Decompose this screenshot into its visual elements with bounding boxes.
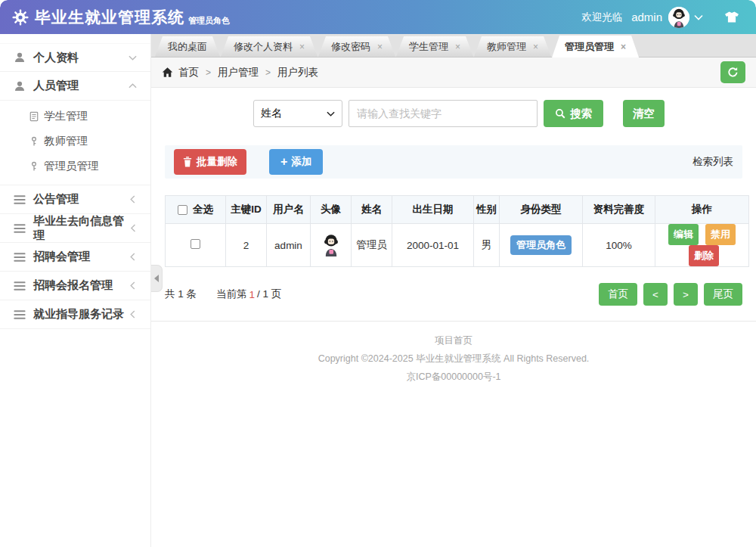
total-pages: / 1 页 xyxy=(257,287,281,301)
tab-label: 学生管理 xyxy=(409,40,448,54)
tab-label: 修改个人资料 xyxy=(234,40,293,54)
user-table: 全选 主键ID 用户名 头像 姓名 出生日期 性别 身份类型 资料完善度 操作 xyxy=(165,195,749,267)
menu-icon xyxy=(14,222,26,235)
close-icon[interactable]: × xyxy=(455,42,460,51)
sidebar-collapse-handle[interactable] xyxy=(151,265,163,292)
search-button-label: 搜索 xyxy=(570,107,592,121)
trash-icon xyxy=(183,157,192,167)
tab-change-password[interactable]: 修改密码 × xyxy=(318,36,395,57)
clear-button-label: 清空 xyxy=(633,107,655,121)
first-page-button[interactable]: 首页 xyxy=(599,283,637,306)
search-field-select[interactable]: 姓名 xyxy=(253,100,342,127)
close-icon[interactable]: × xyxy=(621,42,626,51)
welcome-text: 欢迎光临 xyxy=(581,11,622,24)
tab-student-mgmt[interactable]: 学生管理 × xyxy=(396,36,473,57)
disable-button[interactable]: 禁用 xyxy=(705,224,736,245)
row-checkbox[interactable] xyxy=(191,239,200,249)
last-page-button[interactable]: 尾页 xyxy=(704,283,742,306)
breadcrumb-user-mgmt[interactable]: 用户管理 xyxy=(218,66,259,79)
copyright-text: Copyright ©2024-2025 毕业生就业管理系统 All Right… xyxy=(151,350,756,368)
cell-select xyxy=(166,224,226,267)
chevron-down-icon[interactable] xyxy=(694,14,703,20)
main-content: 我的桌面 修改个人资料 × 修改密码 × 学生管理 × 教师管理 × xyxy=(151,34,756,547)
table-row: 2 admin 管理员 2000-01-01 男 管理员角色 100% xyxy=(166,224,749,267)
prev-page-button[interactable]: < xyxy=(643,283,668,306)
chevron-left-icon xyxy=(129,253,137,261)
delete-button[interactable]: 删除 xyxy=(689,245,719,266)
sidebar-item-label: 学生管理 xyxy=(44,109,88,123)
refresh-icon xyxy=(727,67,739,78)
edit-button[interactable]: 编辑 xyxy=(668,224,699,245)
batch-delete-label: 批量删除 xyxy=(197,155,237,169)
username-text: admin xyxy=(631,11,662,23)
app-window: 毕业生就业管理系统 管理员角色 欢迎光临 admin 个人资料 人员管理 xyxy=(0,0,756,547)
sidebar: 个人资料 人员管理 学生管理 教师管理 管理员管理 xyxy=(0,34,151,547)
personnel-submenu: 学生管理 教师管理 管理员管理 xyxy=(0,101,150,185)
breadcrumb-home[interactable]: 首页 xyxy=(178,66,199,79)
menu-icon xyxy=(14,194,26,206)
search-input[interactable] xyxy=(349,100,538,127)
header-actions: 操作 xyxy=(655,196,749,224)
chevron-up-icon xyxy=(129,82,137,90)
total-count: 共 1 条 xyxy=(165,287,197,301)
cell-username: admin xyxy=(267,224,311,267)
page-footer: 项目首页 Copyright ©2024-2025 毕业生就业管理系统 All … xyxy=(151,322,756,386)
list-toolbar: 批量删除 + 添加 检索列表 xyxy=(165,145,742,179)
header-birthday: 出生日期 xyxy=(392,196,474,224)
sidebar-item-jobfair-signup[interactable]: 招聘会报名管理 xyxy=(0,272,150,300)
sidebar-item-personnel-mgmt[interactable]: 人员管理 xyxy=(0,72,150,101)
menu-icon xyxy=(14,280,26,292)
sidebar-item-label: 人员管理 xyxy=(33,79,79,93)
sidebar-item-jobfair-mgmt[interactable]: 招聘会管理 xyxy=(0,243,150,272)
selected-field-label: 姓名 xyxy=(261,107,282,120)
header-completeness: 资料完善度 xyxy=(583,196,655,224)
select-all-checkbox[interactable] xyxy=(178,205,187,215)
user-list-panel: 姓名 搜索 清空 批量删除 xyxy=(151,88,756,322)
key-icon xyxy=(29,136,39,147)
next-page-button[interactable]: > xyxy=(674,283,698,306)
row-avatar-image xyxy=(319,231,343,258)
cell-completeness: 100% xyxy=(583,224,655,267)
close-icon[interactable]: × xyxy=(377,42,383,51)
header-right: 欢迎光临 admin xyxy=(581,7,744,28)
sidebar-item-announcement-mgmt[interactable]: 公告管理 xyxy=(0,185,150,214)
gear-icon xyxy=(12,9,29,26)
breadcrumb-separator: > xyxy=(265,67,271,78)
tab-edit-profile[interactable]: 修改个人资料 × xyxy=(221,36,318,57)
tab-admin-mgmt[interactable]: 管理员管理 × xyxy=(552,36,639,57)
header-gender: 性别 xyxy=(474,196,500,224)
sidebar-item-personal-profile[interactable]: 个人资料 xyxy=(0,43,150,72)
tab-teacher-mgmt[interactable]: 教师管理 × xyxy=(474,36,551,57)
theme-tshirt-icon[interactable] xyxy=(724,11,739,23)
batch-delete-button[interactable]: 批量删除 xyxy=(174,149,246,175)
clear-button[interactable]: 清空 xyxy=(623,100,665,127)
add-button[interactable]: + 添加 xyxy=(269,149,323,175)
tab-label: 管理员管理 xyxy=(565,40,614,54)
tab-label: 我的桌面 xyxy=(168,40,207,54)
cell-id: 2 xyxy=(226,224,267,267)
sidebar-item-graduate-destination[interactable]: 毕业生去向信息管理 xyxy=(0,214,150,243)
sidebar-item-admin-mgmt[interactable]: 管理员管理 xyxy=(0,154,150,179)
role-badge[interactable]: 管理员角色 xyxy=(510,235,572,255)
app-title: 毕业生就业管理系统 xyxy=(35,7,184,28)
header-id: 主键ID xyxy=(226,196,267,224)
current-page-prefix: 当前第 xyxy=(216,287,247,301)
user-avatar[interactable] xyxy=(668,7,689,28)
search-button[interactable]: 搜索 xyxy=(544,100,603,127)
search-icon xyxy=(555,108,565,119)
close-icon[interactable]: × xyxy=(299,42,305,51)
chevron-down-icon xyxy=(327,111,335,117)
sidebar-item-teacher-mgmt[interactable]: 教师管理 xyxy=(0,129,150,154)
refresh-button[interactable] xyxy=(720,61,745,83)
sidebar-item-label: 个人资料 xyxy=(33,51,79,65)
close-icon[interactable]: × xyxy=(533,42,538,51)
sidebar-item-student-mgmt[interactable]: 学生管理 xyxy=(0,104,150,129)
tab-label: 教师管理 xyxy=(487,40,526,54)
cell-actions: 编辑 禁用 删除 xyxy=(655,224,749,267)
header-role-type: 身份类型 xyxy=(500,196,583,224)
tab-my-desktop[interactable]: 我的桌面 xyxy=(155,36,220,57)
project-home-link[interactable]: 项目首页 xyxy=(435,335,472,346)
sidebar-item-career-guidance[interactable]: 就业指导服务记录 xyxy=(0,300,150,329)
chevron-left-icon xyxy=(129,310,137,319)
cell-gender: 男 xyxy=(474,224,500,267)
